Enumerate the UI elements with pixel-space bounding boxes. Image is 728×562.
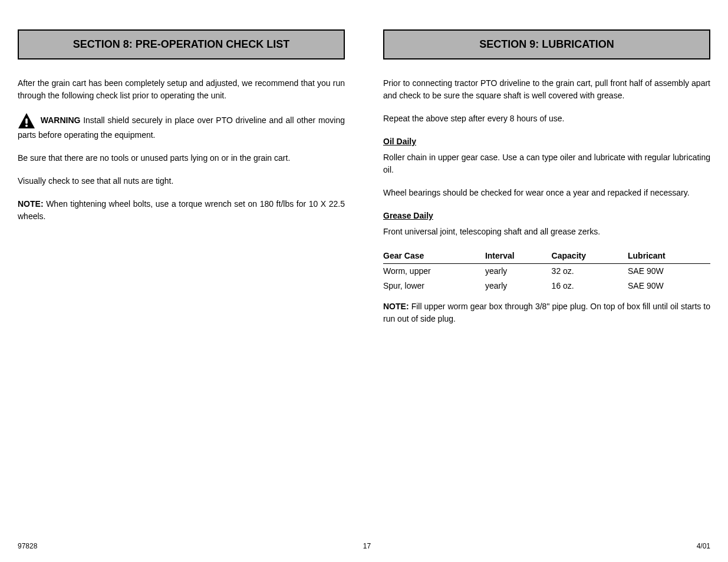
warning-label: WARNING — [41, 115, 81, 125]
th-lubricant: Lubricant — [628, 249, 710, 264]
torque-note-paragraph: NOTE: When tightening wheel bolts, use a… — [18, 198, 345, 223]
fill-note-paragraph: NOTE: Fill upper worm gear box through 3… — [383, 300, 710, 325]
page-footer: 97828 17 4/01 — [18, 541, 710, 551]
left-column: SECTION 8: PRE-OPERATION CHECK LIST Afte… — [18, 29, 345, 336]
wheel-bearings-paragraph: Wheel bearings should be checked for wea… — [383, 187, 710, 199]
note-label: NOTE: — [18, 199, 44, 209]
section8-header: SECTION 8: PRE-OPERATION CHECK LIST — [18, 29, 345, 59]
roller-chain-paragraph: Roller chain in upper gear case. Use a c… — [383, 151, 710, 176]
grease-daily-heading: Grease Daily — [383, 210, 710, 222]
warning-paragraph: WARNING Install shield securely in place… — [18, 113, 345, 141]
th-interval: Interval — [485, 249, 552, 264]
cell-capacity: 16 oz. — [552, 279, 628, 293]
svg-rect-1 — [25, 118, 28, 124]
cell-interval: yearly — [485, 264, 552, 279]
tools-check-paragraph: Be sure that there are no tools or unuse… — [18, 152, 345, 164]
lubrication-table: Gear Case Interval Capacity Lubricant Wo… — [383, 249, 710, 293]
fill-note-text: Fill upper worm gear box through 3/8" pi… — [383, 302, 710, 323]
repeat-step-paragraph: Repeat the above step after every 8 hour… — [383, 113, 710, 125]
section9-header: SECTION 9: LUBRICATION — [383, 29, 710, 59]
table-row: Spur, lower yearly 16 oz. SAE 90W — [383, 279, 710, 293]
th-gearcase: Gear Case — [383, 249, 485, 264]
table-row: Worm, upper yearly 32 oz. SAE 90W — [383, 264, 710, 279]
note-label: NOTE: — [383, 302, 409, 311]
intro-paragraph: After the grain cart has been completely… — [18, 77, 345, 102]
footer-left: 97828 — [18, 541, 37, 551]
footer-page-number: 17 — [363, 541, 371, 551]
cell-capacity: 32 oz. — [552, 264, 628, 279]
cell-gearcase: Worm, upper — [383, 264, 485, 279]
th-capacity: Capacity — [552, 249, 628, 264]
grease-daily-paragraph: Front universal joint, telescoping shaft… — [383, 226, 710, 238]
right-column: SECTION 9: LUBRICATION Prior to connecti… — [383, 29, 710, 336]
pto-check-paragraph: Prior to connecting tractor PTO drivelin… — [383, 77, 710, 102]
cell-lubricant: SAE 90W — [628, 279, 710, 293]
svg-point-2 — [25, 125, 28, 127]
nuts-check-paragraph: Visually check to see that all nuts are … — [18, 175, 345, 187]
cell-interval: yearly — [485, 279, 552, 293]
footer-right: 4/01 — [697, 541, 710, 551]
cell-gearcase: Spur, lower — [383, 279, 485, 293]
oil-daily-heading: Oil Daily — [383, 135, 710, 148]
warning-icon — [18, 113, 35, 129]
cell-lubricant: SAE 90W — [628, 264, 710, 279]
torque-note-text: When tightening wheel bolts, use a torqu… — [18, 199, 345, 221]
